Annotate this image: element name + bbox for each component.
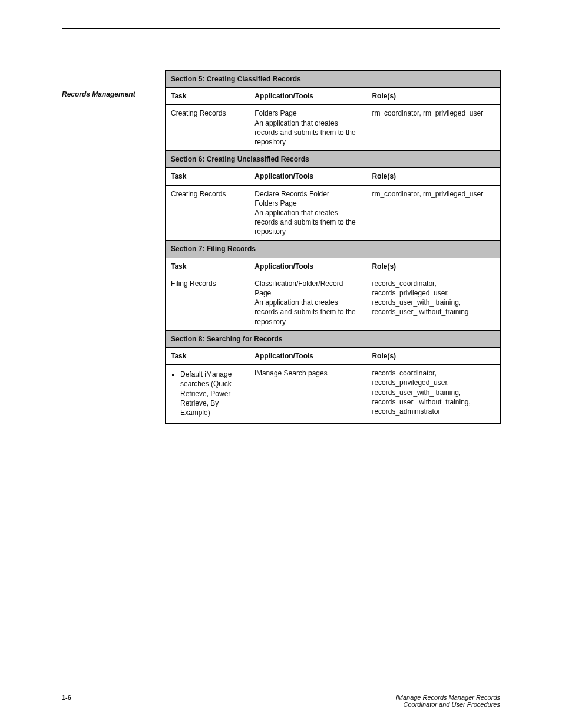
section-7-row-0-roles: records_coordinator, records_privileged_… [366, 275, 501, 330]
section-8-row-0-task: Default iManage searches (Quick Retrieve… [166, 365, 249, 424]
section-8-row-0: Default iManage searches (Quick Retrieve… [166, 365, 501, 424]
section-7-col-headers: Task Application/Tools Role(s) [166, 258, 501, 275]
page: Records Management Section 5: Creating C… [0, 0, 562, 728]
page-footer: 1-6 iManage Records Manager Records Coor… [62, 694, 500, 708]
col-task: Task [166, 168, 249, 185]
section-8-row-0-roles: records_coordinator, records_privileged_… [366, 365, 501, 424]
section-7-row-0-task: Filing Records [166, 275, 249, 330]
section-5-title: Section 5: Creating Classified Records [166, 71, 501, 88]
col-task: Task [166, 258, 249, 275]
section-5-row-0-appl: Folders Page An application that creates… [249, 105, 366, 151]
col-appl: Application/Tools [249, 347, 366, 364]
section-5-header: Section 5: Creating Classified Records [166, 71, 501, 88]
section-7-row-0-appl: Classification/Folder/Record Page An app… [249, 275, 366, 330]
col-task: Task [166, 88, 249, 105]
section-7-header: Section 7: Filing Records [166, 241, 501, 258]
col-roles: Role(s) [366, 258, 501, 275]
col-appl: Application/Tools [249, 258, 366, 275]
col-appl: Application/Tools [249, 88, 366, 105]
section-7-row-0: Filing Records Classification/Folder/Rec… [166, 275, 501, 330]
col-roles: Role(s) [366, 88, 501, 105]
section-5-col-headers: Task Application/Tools Role(s) [166, 88, 501, 105]
section-6-row-0-task: Creating Records [166, 185, 249, 241]
section-6-row-0: Creating Records Declare Records Folder … [166, 185, 501, 241]
section-5-row-0: Creating Records Folders Page An applica… [166, 105, 501, 151]
section-6-title: Section 6: Creating Unclassified Records [166, 151, 501, 168]
section-8-row-0-task-bullet-0: Default iManage searches (Quick Retrieve… [180, 370, 243, 417]
col-task: Task [166, 347, 249, 364]
section-8-title: Section 8: Searching for Records [166, 330, 501, 347]
records-management-table: Section 5: Creating Classified Records T… [165, 70, 501, 424]
section-5-row-0-task: Creating Records [166, 105, 249, 151]
sidebar-heading-records-management: Records Management [62, 90, 150, 98]
col-appl: Application/Tools [249, 168, 366, 185]
page-number: 1-6 [62, 694, 71, 708]
section-6-header: Section 6: Creating Unclassified Records [166, 151, 501, 168]
section-6-row-0-appl: Declare Records Folder Folders Page An a… [249, 185, 366, 241]
top-divider [62, 28, 500, 29]
col-roles: Role(s) [366, 168, 501, 185]
section-6-row-0-roles: rm_coordinator, rm_privileged_user [366, 185, 501, 241]
section-8-col-headers: Task Application/Tools Role(s) [166, 347, 501, 364]
footer-title-line1: iManage Records Manager Records [396, 694, 500, 701]
footer-title: iManage Records Manager Records Coordina… [396, 694, 500, 708]
section-8-header: Section 8: Searching for Records [166, 330, 501, 347]
footer-title-line2: Coordinator and User Procedures [404, 701, 500, 708]
section-6-col-headers: Task Application/Tools Role(s) [166, 168, 501, 185]
section-5-row-0-roles: rm_coordinator, rm_privileged_user [366, 105, 501, 151]
col-roles: Role(s) [366, 347, 501, 364]
section-7-title: Section 7: Filing Records [166, 241, 501, 258]
section-8-row-0-appl: iManage Search pages [249, 365, 366, 424]
